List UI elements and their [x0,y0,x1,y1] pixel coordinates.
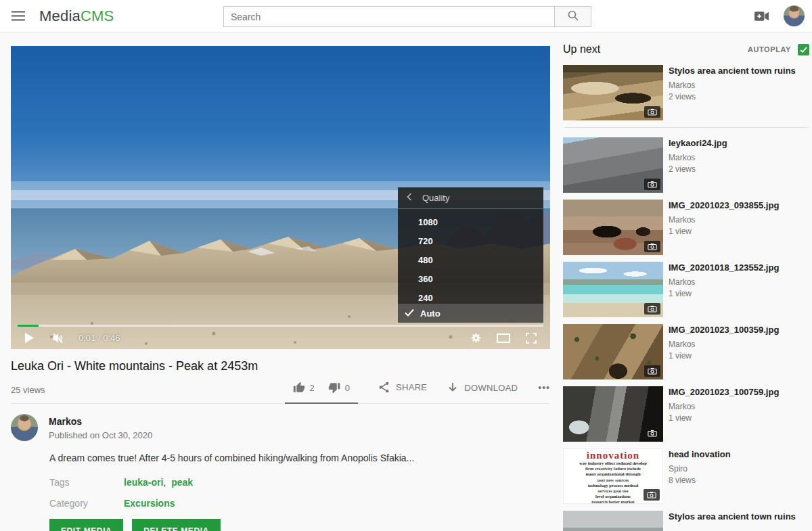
quality-option-480[interactable]: 480 [398,251,543,270]
list-item[interactable]: innovation way industry effect reduced d… [563,448,809,504]
camera-badge-icon [644,106,660,118]
like-button[interactable]: 2 [293,382,315,394]
autoplay-label: AUTOPLAY [748,45,791,53]
category-link[interactable]: Excursions [124,498,175,509]
quality-menu-title: Quality [422,193,449,203]
item-author: Spiro [669,464,731,474]
delete-media-button[interactable]: DELETE MEDIA [132,519,221,531]
category-label: Category [49,498,124,509]
item-views: 8 views [669,476,731,485]
list-item[interactable]: leykaori24.jpg Markos 2 views [563,137,809,193]
time-display: 0:01 / 0:46 [78,333,120,343]
play-button[interactable] [25,333,34,343]
thumbnail [563,262,663,317]
logo-cms: CMS [81,7,114,24]
user-avatar[interactable] [784,5,805,26]
share-icon [378,382,390,393]
volume-muted-icon[interactable] [52,333,64,344]
video-title: Leuka Ori - White mountains - Peak at 24… [11,359,550,373]
fullscreen-icon[interactable] [526,333,537,344]
quality-menu-back[interactable]: Quality [398,187,543,209]
author-avatar[interactable] [11,414,38,441]
thumb-up-icon [293,382,305,394]
dislike-count: 0 [345,383,350,393]
list-item[interactable]: IMG_20201023_100359.jpg Markos 1 view [563,324,809,379]
author-section: Markos Published on Oct 30, 2020 [11,414,550,441]
up-next-sidebar: Up next AUTOPLAY Stylos area ancient tow… [563,43,809,531]
tags-label: Tags [49,477,124,488]
item-title: Stylos area ancient town ruins [669,66,796,76]
item-title: Stylos area ancient town ruins [669,511,796,522]
camera-badge-icon [644,179,660,190]
list-item[interactable]: Stylos area ancient town ruins [563,511,809,531]
logo[interactable]: MediaCMS [39,7,114,25]
thumb-down-icon [328,382,340,394]
chevron-left-icon [407,193,412,203]
edit-media-button[interactable]: EDIT MEDIA [49,519,123,531]
theater-mode-icon[interactable] [497,333,510,343]
upload-media-icon[interactable] [754,11,770,24]
quality-option-auto-selected[interactable]: Auto [398,304,543,323]
video-meta-row: 25 views 2 0 SHARE DOWNLOAD ••• [11,382,550,404]
tags-row: Tags leuka-ori, peak [49,477,550,488]
search-input[interactable] [223,6,554,27]
thumbnail [563,137,663,193]
item-author: Markos [669,215,779,225]
media-meta: Tags leuka-ori, peak Category Excursions [49,477,550,509]
download-button[interactable]: DOWNLOAD [447,382,518,403]
logo-media: Media [39,7,81,24]
quality-option-1080[interactable]: 1080 [398,213,543,232]
list-item[interactable]: IMG_20201023_093855.jpg Markos 1 view [563,200,809,255]
item-author: Markos [669,402,779,411]
top-bar: MediaCMS [0,0,812,32]
settings-gear-icon[interactable] [471,333,481,343]
tag-link-leuka-ori[interactable]: leuka-ori [124,477,163,488]
item-views: 1 view [669,413,779,423]
item-title: leykaori24.jpg [669,138,727,149]
quality-option-720[interactable]: 720 [398,232,543,251]
tag-separator: , [163,477,166,488]
divider [564,127,809,128]
author-name[interactable]: Markos [49,416,152,427]
item-title: head inovation [669,449,731,460]
quality-menu: Quality 1080 720 480 360 240 Auto [398,187,543,323]
list-item[interactable]: IMG_20201023_100759.jpg Markos 1 view [563,386,809,442]
item-title: IMG_20201023_100359.jpg [669,325,779,336]
quality-options: 1080 720 480 360 240 [398,209,543,308]
camera-badge-icon [644,365,660,377]
share-button[interactable]: SHARE [378,382,427,403]
tag-link-peak[interactable]: peak [171,477,193,488]
search-button[interactable] [554,6,591,27]
up-next-title: Up next [563,43,600,55]
thumbnail-wordcloud: innovation way industry effect reduced d… [563,448,663,504]
like-count: 2 [310,383,315,393]
item-views: 2 views [669,164,727,174]
rate-group: 2 0 [285,382,358,404]
autoplay-checkbox[interactable] [798,44,809,55]
item-views: 1 view [669,351,779,361]
menu-icon[interactable] [12,11,25,24]
item-title: IMG_20201023_100759.jpg [669,387,779,398]
list-item[interactable]: IMG_20201018_123552.jpg Markos 1 view [563,262,809,317]
check-icon [800,47,807,53]
item-title: IMG_20201023_093855.jpg [669,200,779,211]
search-icon [567,9,579,24]
video-actions: 2 0 SHARE DOWNLOAD ••• [285,382,550,403]
owner-actions: EDIT MEDIA DELETE MEDIA [49,519,550,531]
list-item[interactable]: Stylos area ancient town ruins Markos 2 … [563,65,809,120]
thumbnail [563,386,663,442]
item-views: 1 view [669,227,779,236]
search-bar [223,6,591,27]
main-column: Quality 1080 720 480 360 240 Auto [11,46,550,531]
item-title: IMG_20201018_123552.jpg [669,262,779,273]
dislike-button[interactable]: 0 [328,382,350,394]
check-icon [405,308,414,319]
thumbnail [563,65,663,120]
quality-option-360[interactable]: 360 [398,270,543,289]
player-right-controls [471,333,537,344]
publish-date: Published on Oct 30, 2020 [49,430,152,440]
more-options-button[interactable]: ••• [538,382,550,403]
thumbnail [563,200,663,255]
video-player[interactable]: Quality 1080 720 480 360 240 Auto [11,46,550,349]
view-count: 25 views [11,385,45,403]
